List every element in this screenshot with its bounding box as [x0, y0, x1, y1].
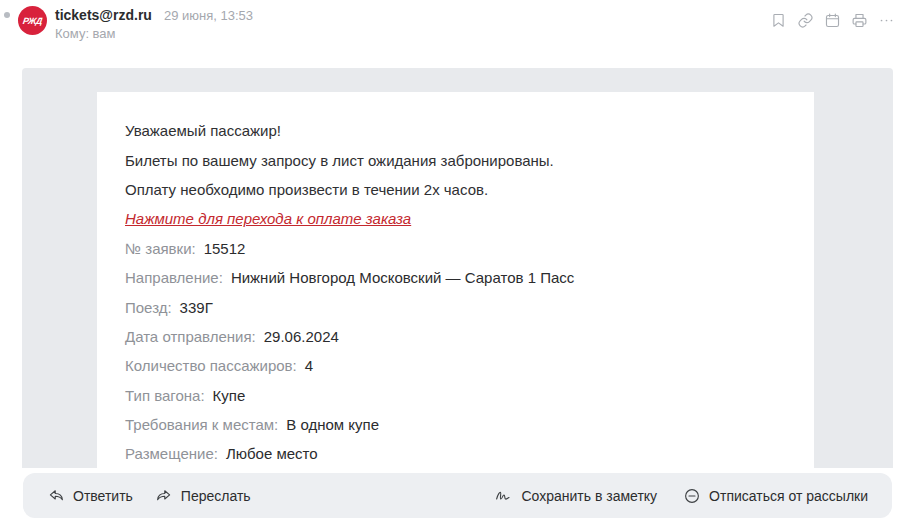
print-button[interactable]	[846, 10, 873, 30]
field-row: Требования к местам: В одном купе	[125, 410, 786, 439]
recipient-toggle[interactable]: Кому: вам	[55, 26, 116, 41]
field-value: Нижний Новгород Московский — Саратов 1 П…	[231, 269, 574, 286]
link-icon	[797, 12, 814, 29]
field-label: Дата отправления:	[125, 328, 256, 345]
save-to-note-button[interactable]: Сохранить в заметку	[493, 487, 657, 505]
sender-line: tickets@rzd.ru 29 июня, 13:53	[55, 7, 253, 23]
field-label: Размещение:	[125, 445, 218, 462]
calendar-icon	[824, 12, 841, 29]
footer-right-group: Сохранить в заметку Отписаться от рассыл…	[493, 487, 868, 505]
field-row: Поезд: 339Г	[125, 292, 786, 321]
field-label: № заявки:	[125, 240, 196, 257]
unread-indicator	[4, 12, 10, 18]
bookmark-icon	[770, 12, 787, 29]
calendar-button[interactable]	[819, 10, 846, 30]
bookmark-button[interactable]	[765, 10, 792, 30]
reply-icon	[47, 487, 65, 505]
field-value: Любое место	[226, 445, 318, 462]
forward-button[interactable]: Переслать	[155, 487, 251, 505]
body-text-line: Оплату необходимо произвести в течении 2…	[125, 175, 786, 204]
reply-label: Ответить	[73, 488, 133, 504]
field-label: Тип вагона:	[125, 387, 205, 404]
email-view: РЖД tickets@rzd.ru 29 июня, 13:53 Кому: …	[0, 0, 907, 518]
unsubscribe-button[interactable]: Отписаться от рассылки	[683, 487, 868, 505]
field-value: 339Г	[180, 299, 213, 316]
rzd-logo-icon: РЖД	[22, 16, 42, 26]
printer-icon	[851, 12, 868, 29]
message-date: 29 июня, 13:53	[164, 8, 253, 23]
more-icon	[878, 12, 895, 29]
field-value: 29.06.2024	[264, 328, 339, 345]
message-body-container: Уважаемый пассажир! Билеты по вашему зап…	[22, 68, 893, 468]
field-value: В одном купе	[286, 416, 379, 433]
field-value: Купе	[213, 387, 246, 404]
avatar[interactable]: РЖД	[18, 6, 47, 35]
pay-order-link[interactable]: Нажмите для перехода к оплате заказа	[125, 210, 411, 227]
field-row: Количество пассажиров: 4	[125, 351, 786, 380]
field-row: Дата отправления: 29.06.2024	[125, 322, 786, 351]
unsubscribe-label: Отписаться от рассылки	[709, 488, 868, 504]
minus-circle-icon	[683, 487, 701, 505]
field-row: Размещение: Любое место	[125, 439, 786, 468]
field-row: Тип вагона: Купе	[125, 381, 786, 410]
footer-left-group: Ответить Переслать	[47, 487, 251, 505]
save-to-note-label: Сохранить в заметку	[521, 488, 657, 504]
forward-icon	[155, 487, 173, 505]
field-value: 15512	[204, 240, 246, 257]
reply-button[interactable]: Ответить	[47, 487, 133, 505]
body-text-line: Билеты по вашему запросу в лист ожидания…	[125, 145, 786, 174]
copy-link-button[interactable]	[792, 10, 819, 30]
forward-label: Переслать	[181, 488, 251, 504]
sender-email[interactable]: tickets@rzd.ru	[55, 7, 152, 23]
field-value: 4	[305, 357, 313, 374]
field-label: Количество пассажиров:	[125, 357, 297, 374]
message-action-bar: Ответить Переслать Сохранить в заметку	[23, 473, 892, 518]
note-pen-icon	[493, 487, 513, 505]
field-row: № заявки: 15512	[125, 234, 786, 263]
greeting-text: Уважаемый пассажир!	[125, 116, 786, 145]
field-label: Направление:	[125, 269, 223, 286]
field-label: Требования к местам:	[125, 416, 278, 433]
more-button[interactable]	[873, 10, 900, 30]
header-actions	[765, 10, 900, 30]
message-card: Уважаемый пассажир! Билеты по вашему зап…	[97, 92, 814, 468]
field-label: Поезд:	[125, 299, 172, 316]
field-row: Направление: Нижний Новгород Московский …	[125, 263, 786, 292]
